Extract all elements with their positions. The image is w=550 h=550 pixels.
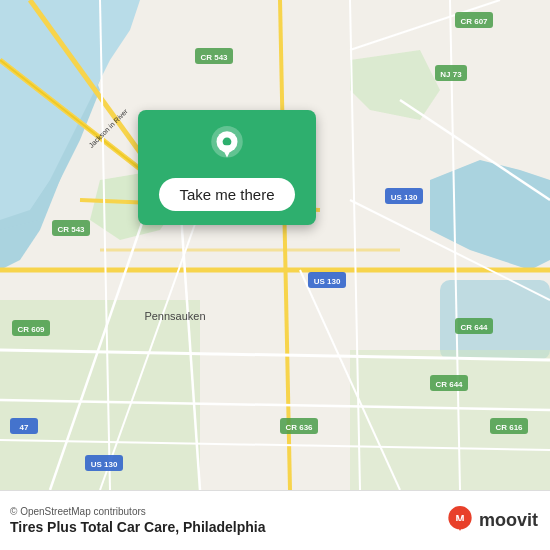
svg-text:CR 636: CR 636 <box>285 423 313 432</box>
svg-text:US 130: US 130 <box>91 460 118 469</box>
moovit-icon: M <box>445 506 475 536</box>
map-container: CR 607 NJ 73 CR 543 CR 543 US 130 US 130… <box>0 0 550 490</box>
svg-text:CR 607: CR 607 <box>460 17 488 26</box>
svg-text:47: 47 <box>20 423 29 432</box>
tooltip-card: Take me there <box>138 110 316 225</box>
bottom-info: © OpenStreetMap contributors Tires Plus … <box>10 506 265 535</box>
moovit-logo: M moovit <box>445 506 538 536</box>
svg-text:CR 644: CR 644 <box>460 323 488 332</box>
svg-text:CR 543: CR 543 <box>57 225 85 234</box>
svg-text:CR 543: CR 543 <box>200 53 228 62</box>
svg-text:CR 616: CR 616 <box>495 423 523 432</box>
svg-text:CR 609: CR 609 <box>17 325 45 334</box>
take-me-there-button[interactable]: Take me there <box>159 178 294 211</box>
bottom-bar: © OpenStreetMap contributors Tires Plus … <box>0 490 550 550</box>
svg-point-60 <box>223 137 232 146</box>
svg-text:US 130: US 130 <box>391 193 418 202</box>
svg-text:Pennsauken: Pennsauken <box>144 310 205 322</box>
map-background: CR 607 NJ 73 CR 543 CR 543 US 130 US 130… <box>0 0 550 490</box>
svg-text:US 130: US 130 <box>314 277 341 286</box>
location-pin-icon <box>206 126 248 168</box>
location-name: Tires Plus Total Car Care, Philadelphia <box>10 519 265 535</box>
svg-text:NJ 73: NJ 73 <box>440 70 462 79</box>
svg-text:CR 644: CR 644 <box>435 380 463 389</box>
osm-credit: © OpenStreetMap contributors <box>10 506 265 517</box>
moovit-text: moovit <box>479 510 538 531</box>
